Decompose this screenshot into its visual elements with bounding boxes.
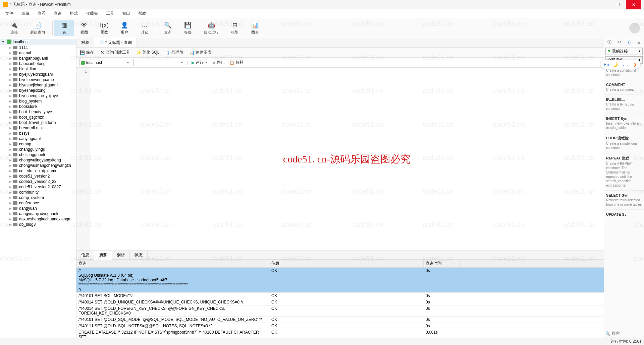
- chevron-right-icon[interactable]: [9, 142, 11, 146]
- db-item[interactable]: code51_version2: [0, 174, 76, 179]
- code-area[interactable]: code51. cn-源码乐园盗图必究: [90, 68, 604, 251]
- db-item[interactable]: chongwushangchengwangzh: [0, 163, 76, 168]
- snippet-item[interactable]: IF...ELSE...Create a IF...ELSE construct: [604, 95, 644, 114]
- chevron-right-icon[interactable]: [9, 136, 11, 141]
- snippet-item[interactable]: REPEAT 流程Create A REPEAT construct. The …: [604, 153, 644, 191]
- result-row[interactable]: /* SQLyog Ultimate v11.3 (64 bit) MySQL …: [76, 268, 604, 293]
- result-tab-剖析[interactable]: 剖析: [112, 251, 130, 259]
- snippet-button[interactable]: ()代码段: [165, 50, 183, 55]
- db-item[interactable]: 1111: [0, 45, 76, 50]
- result-tab-状态[interactable]: 状态: [130, 251, 148, 259]
- chevron-right-icon[interactable]: [9, 126, 11, 130]
- db-item[interactable]: daxueshengkechuangxiangm: [0, 216, 76, 222]
- query-builder-button[interactable]: 🛠查询创建工具: [100, 50, 130, 55]
- db-item[interactable]: cemap: [0, 141, 76, 147]
- db-item[interactable]: biyeshejixitong: [0, 88, 76, 93]
- db-item[interactable]: code51_version2_23: [0, 179, 76, 184]
- menu-编辑[interactable]: 编辑: [17, 9, 34, 18]
- tool-新建查询[interactable]: 📄新建查询: [24, 20, 51, 36]
- chevron-right-icon[interactable]: [9, 72, 11, 77]
- db-item[interactable]: bookstore: [0, 104, 76, 109]
- db-item[interactable]: dangyuanjiaoyuguanli: [0, 211, 76, 216]
- menu-文件[interactable]: 文件: [1, 9, 17, 18]
- db-item[interactable]: conference: [0, 200, 76, 206]
- chevron-right-icon[interactable]: [9, 99, 11, 104]
- menu-工具[interactable]: 工具: [102, 9, 118, 18]
- chevron-right-icon[interactable]: [9, 158, 11, 162]
- chevron-right-icon[interactable]: [9, 190, 11, 195]
- chevron-down-icon[interactable]: ▼: [205, 61, 208, 64]
- result-row[interactable]: /*!40101 SET SQL_MODE=''*/OK0s: [76, 293, 604, 299]
- database-dropdown[interactable]: ▼: [133, 59, 185, 66]
- lang-en[interactable]: En: [604, 62, 609, 67]
- db-item[interactable]: cn_edu_xju_dpjgame: [0, 168, 76, 174]
- tab[interactable]: 对象: [76, 38, 94, 47]
- db-item[interactable]: changguiyingji: [0, 147, 76, 152]
- db-item[interactable]: biyeshejichengjiguanli: [0, 82, 76, 88]
- chevron-right-icon[interactable]: [9, 179, 11, 184]
- db-item[interactable]: boot_gzgchzc: [0, 115, 76, 120]
- snippet-item[interactable]: SELECT SynRetrieve rows selected from on…: [604, 191, 644, 210]
- chevron-right-icon[interactable]: [9, 77, 11, 82]
- col-query[interactable]: 查询: [76, 260, 269, 267]
- db-item[interactable]: baoxianhetong: [0, 61, 76, 66]
- snippet-item[interactable]: LOOP 流程控Create a simple loop construct: [604, 133, 644, 153]
- chevron-right-icon[interactable]: [9, 67, 11, 71]
- col-info[interactable]: 信息: [269, 260, 424, 267]
- tool-模型[interactable]: ⊞模型: [225, 20, 245, 36]
- avatar[interactable]: [629, 23, 640, 33]
- tool-连接[interactable]: 🔌连接: [4, 20, 24, 36]
- beautify-sql-button[interactable]: ✨美化 SQL: [136, 50, 159, 55]
- result-tab-摘要[interactable]: 摘要: [94, 251, 112, 260]
- chevron-right-icon[interactable]: [9, 104, 11, 109]
- menu-收藏夹[interactable]: 收藏夹: [82, 9, 102, 18]
- result-tab-信息[interactable]: 信息: [76, 251, 94, 259]
- tool-自动运行[interactable]: 🤖自动运行: [198, 20, 225, 36]
- menu-帮助[interactable]: 帮助: [134, 9, 150, 18]
- tool-查询[interactable]: 🔍查询: [158, 20, 178, 36]
- chevron-right-icon[interactable]: [9, 56, 11, 61]
- snippet-search[interactable]: 🔍搜索: [605, 331, 643, 336]
- menu-查看[interactable]: 查看: [34, 9, 50, 18]
- tool-用户[interactable]: 👤用户: [114, 20, 135, 36]
- chevron-right-icon[interactable]: [9, 147, 11, 152]
- snippet-item[interactable]: COMMENTCreate a comment: [604, 80, 644, 95]
- close-button[interactable]: ✕: [626, 0, 641, 9]
- menu-查询[interactable]: 查询: [50, 9, 66, 18]
- create-chart-button[interactable]: 📊创建图表: [190, 50, 212, 55]
- chevron-right-icon[interactable]: [9, 206, 11, 211]
- tool-图表[interactable]: 📊图表: [245, 20, 265, 36]
- result-row[interactable]: /*!40014 SET @OLD_UNIQUE_CHECKS=@@UNIQUE…: [76, 299, 604, 305]
- db-item[interactable]: breadroll-mall: [0, 125, 76, 131]
- chevron-right-icon[interactable]: [9, 163, 11, 168]
- result-body[interactable]: /* SQLyog Ultimate v11.3 (64 bit) MySQL …: [76, 268, 604, 338]
- my-connection-dropdown[interactable]: ⚑ 我的连接▼: [605, 48, 643, 55]
- db-item[interactable]: dangyuan: [0, 206, 76, 211]
- maximize-button[interactable]: ☐: [610, 0, 626, 9]
- snippet-item[interactable]: UPDATE Sy: [604, 210, 644, 220]
- result-row[interactable]: /*!40111 SET @OLD_SQL_NOTES=@@SQL_NOTES,…: [76, 323, 604, 329]
- db-item[interactable]: comp_system: [0, 195, 76, 200]
- db-item[interactable]: biyejiuyexinxiguanli: [0, 72, 76, 77]
- info-icon[interactable]: ⓘ: [607, 39, 611, 45]
- result-row[interactable]: /*!40014 SET @OLD_FOREIGN_KEY_CHECKS=@@F…: [76, 305, 604, 317]
- panel-toggle-icon[interactable]: ⊟: [637, 40, 641, 45]
- explain-button[interactable]: 📋解释: [228, 60, 245, 65]
- chevron-right-icon[interactable]: [9, 168, 11, 173]
- db-item[interactable]: boot_beauty_yuye: [0, 109, 76, 115]
- chevron-right-icon[interactable]: [9, 185, 11, 189]
- db-item[interactable]: db_blog3: [0, 222, 76, 227]
- chevron-right-icon[interactable]: [9, 174, 11, 179]
- db-item[interactable]: boot_travel_platform: [0, 120, 76, 125]
- chevron-right-icon[interactable]: [9, 152, 11, 157]
- chevron-right-icon[interactable]: [9, 51, 11, 55]
- chevron-right-icon[interactable]: [9, 88, 11, 93]
- chevron-right-icon[interactable]: [9, 110, 11, 114]
- save-button[interactable]: 💾保存: [80, 50, 94, 55]
- moon-icon[interactable]: 🌙: [612, 62, 618, 67]
- chevron-right-icon[interactable]: [9, 195, 11, 200]
- chevron-right-icon[interactable]: [9, 222, 11, 227]
- chevron-right-icon[interactable]: [9, 120, 11, 125]
- connection-node[interactable]: localhost: [0, 39, 76, 45]
- refresh-icon[interactable]: ⟳: [618, 40, 622, 45]
